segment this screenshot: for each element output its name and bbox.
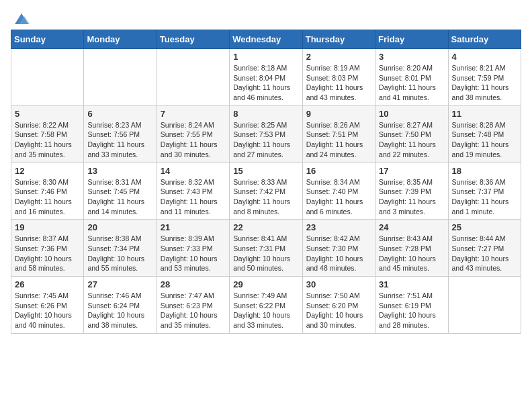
day-info: Sunrise: 8:19 AMSunset: 8:03 PMDaylight:… bbox=[306, 63, 371, 103]
day-number: 1 bbox=[233, 52, 298, 62]
weekday-header-wednesday: Wednesday bbox=[230, 30, 302, 49]
calendar-cell bbox=[11, 49, 84, 106]
weekday-header-friday: Friday bbox=[375, 30, 448, 49]
day-info: Sunrise: 8:44 AMSunset: 7:27 PMDaylight:… bbox=[452, 234, 517, 273]
day-info: Sunrise: 7:50 AMSunset: 6:20 PMDaylight:… bbox=[306, 291, 371, 330]
day-info: Sunrise: 8:41 AMSunset: 7:31 PMDaylight:… bbox=[233, 234, 298, 273]
calendar-cell: 19Sunrise: 8:37 AMSunset: 7:36 PMDayligh… bbox=[11, 220, 84, 277]
day-info: Sunrise: 7:49 AMSunset: 6:22 PMDaylight:… bbox=[233, 291, 298, 330]
logo-icon bbox=[12, 11, 31, 27]
calendar-cell: 17Sunrise: 8:35 AMSunset: 7:39 PMDayligh… bbox=[375, 163, 448, 220]
day-info: Sunrise: 7:47 AMSunset: 6:23 PMDaylight:… bbox=[161, 291, 226, 330]
day-number: 13 bbox=[87, 166, 152, 176]
day-info: Sunrise: 8:33 AMSunset: 7:42 PMDaylight:… bbox=[233, 177, 298, 217]
day-number: 29 bbox=[233, 279, 298, 289]
day-number: 7 bbox=[161, 109, 226, 119]
day-number: 17 bbox=[379, 166, 444, 176]
calendar-table: SundayMondayTuesdayWednesdayThursdayFrid… bbox=[11, 30, 521, 334]
calendar-cell: 10Sunrise: 8:27 AMSunset: 7:50 PMDayligh… bbox=[375, 105, 448, 163]
calendar-cell: 16Sunrise: 8:34 AMSunset: 7:40 PMDayligh… bbox=[302, 163, 375, 220]
day-info: Sunrise: 8:36 AMSunset: 7:37 PMDaylight:… bbox=[452, 177, 517, 217]
logo bbox=[11, 11, 31, 24]
day-number: 31 bbox=[379, 279, 444, 289]
calendar-cell: 9Sunrise: 8:26 AMSunset: 7:51 PMDaylight… bbox=[302, 105, 375, 163]
day-number: 8 bbox=[233, 109, 298, 119]
calendar-cell: 24Sunrise: 8:43 AMSunset: 7:28 PMDayligh… bbox=[375, 220, 448, 277]
weekday-header-thursday: Thursday bbox=[302, 30, 375, 49]
weekday-header-saturday: Saturday bbox=[448, 30, 521, 49]
day-info: Sunrise: 8:18 AMSunset: 8:04 PMDaylight:… bbox=[233, 63, 298, 103]
day-number: 14 bbox=[161, 166, 226, 176]
day-number: 3 bbox=[379, 52, 444, 62]
day-number: 4 bbox=[452, 52, 517, 62]
calendar-cell: 7Sunrise: 8:24 AMSunset: 7:55 PMDaylight… bbox=[157, 105, 229, 163]
day-number: 28 bbox=[161, 279, 226, 289]
day-number: 6 bbox=[87, 109, 152, 119]
calendar-cell bbox=[84, 49, 157, 106]
calendar-cell: 14Sunrise: 8:32 AMSunset: 7:43 PMDayligh… bbox=[157, 163, 229, 220]
day-number: 5 bbox=[15, 109, 80, 119]
day-info: Sunrise: 8:22 AMSunset: 7:58 PMDaylight:… bbox=[15, 120, 80, 160]
day-number: 12 bbox=[15, 166, 80, 176]
day-number: 26 bbox=[15, 279, 80, 289]
day-number: 27 bbox=[87, 279, 152, 289]
day-number: 21 bbox=[161, 222, 226, 232]
weekday-header-tuesday: Tuesday bbox=[157, 30, 229, 49]
calendar-cell: 11Sunrise: 8:28 AMSunset: 7:48 PMDayligh… bbox=[448, 105, 521, 163]
day-number: 20 bbox=[87, 222, 152, 232]
day-info: Sunrise: 8:35 AMSunset: 7:39 PMDaylight:… bbox=[379, 177, 444, 217]
calendar-cell: 13Sunrise: 8:31 AMSunset: 7:45 PMDayligh… bbox=[84, 163, 157, 220]
day-info: Sunrise: 8:23 AMSunset: 7:56 PMDaylight:… bbox=[87, 120, 152, 160]
day-number: 10 bbox=[379, 109, 444, 119]
calendar-cell bbox=[448, 277, 521, 334]
day-info: Sunrise: 8:21 AMSunset: 7:59 PMDaylight:… bbox=[452, 63, 517, 103]
day-info: Sunrise: 8:26 AMSunset: 7:51 PMDaylight:… bbox=[306, 120, 371, 160]
calendar-cell: 31Sunrise: 7:51 AMSunset: 6:19 PMDayligh… bbox=[375, 277, 448, 334]
calendar-cell: 26Sunrise: 7:45 AMSunset: 6:26 PMDayligh… bbox=[11, 277, 84, 334]
calendar-cell: 6Sunrise: 8:23 AMSunset: 7:56 PMDaylight… bbox=[84, 105, 157, 163]
day-info: Sunrise: 7:51 AMSunset: 6:19 PMDaylight:… bbox=[379, 291, 444, 330]
day-info: Sunrise: 8:20 AMSunset: 8:01 PMDaylight:… bbox=[379, 63, 444, 103]
day-number: 2 bbox=[306, 52, 371, 62]
calendar-cell: 23Sunrise: 8:42 AMSunset: 7:30 PMDayligh… bbox=[302, 220, 375, 277]
calendar-cell: 12Sunrise: 8:30 AMSunset: 7:46 PMDayligh… bbox=[11, 163, 84, 220]
day-number: 11 bbox=[452, 109, 517, 119]
day-number: 18 bbox=[452, 166, 517, 176]
day-number: 19 bbox=[15, 222, 80, 232]
calendar-cell: 30Sunrise: 7:50 AMSunset: 6:20 PMDayligh… bbox=[302, 277, 375, 334]
calendar-cell bbox=[157, 49, 229, 106]
day-number: 22 bbox=[233, 222, 298, 232]
day-number: 15 bbox=[233, 166, 298, 176]
calendar-cell: 15Sunrise: 8:33 AMSunset: 7:42 PMDayligh… bbox=[230, 163, 302, 220]
calendar-cell: 20Sunrise: 8:38 AMSunset: 7:34 PMDayligh… bbox=[84, 220, 157, 277]
calendar-cell: 22Sunrise: 8:41 AMSunset: 7:31 PMDayligh… bbox=[230, 220, 302, 277]
day-info: Sunrise: 8:28 AMSunset: 7:48 PMDaylight:… bbox=[452, 120, 517, 160]
day-info: Sunrise: 8:25 AMSunset: 7:53 PMDaylight:… bbox=[233, 120, 298, 160]
day-info: Sunrise: 8:27 AMSunset: 7:50 PMDaylight:… bbox=[379, 120, 444, 160]
calendar-cell: 1Sunrise: 8:18 AMSunset: 8:04 PMDaylight… bbox=[230, 49, 302, 106]
day-info: Sunrise: 8:43 AMSunset: 7:28 PMDaylight:… bbox=[379, 234, 444, 273]
day-info: Sunrise: 8:31 AMSunset: 7:45 PMDaylight:… bbox=[87, 177, 152, 217]
weekday-header-monday: Monday bbox=[84, 30, 157, 49]
day-info: Sunrise: 8:38 AMSunset: 7:34 PMDaylight:… bbox=[87, 234, 152, 273]
weekday-header-sunday: Sunday bbox=[11, 30, 84, 49]
calendar-cell: 2Sunrise: 8:19 AMSunset: 8:03 PMDaylight… bbox=[302, 49, 375, 106]
day-info: Sunrise: 8:39 AMSunset: 7:33 PMDaylight:… bbox=[161, 234, 226, 273]
calendar-cell: 4Sunrise: 8:21 AMSunset: 7:59 PMDaylight… bbox=[448, 49, 521, 106]
calendar-cell: 18Sunrise: 8:36 AMSunset: 7:37 PMDayligh… bbox=[448, 163, 521, 220]
calendar-cell: 8Sunrise: 8:25 AMSunset: 7:53 PMDaylight… bbox=[230, 105, 302, 163]
day-info: Sunrise: 7:46 AMSunset: 6:24 PMDaylight:… bbox=[87, 291, 152, 330]
calendar-cell: 5Sunrise: 8:22 AMSunset: 7:58 PMDaylight… bbox=[11, 105, 84, 163]
day-number: 16 bbox=[306, 166, 371, 176]
day-info: Sunrise: 8:32 AMSunset: 7:43 PMDaylight:… bbox=[161, 177, 226, 217]
day-info: Sunrise: 8:37 AMSunset: 7:36 PMDaylight:… bbox=[15, 234, 80, 273]
calendar-cell: 29Sunrise: 7:49 AMSunset: 6:22 PMDayligh… bbox=[230, 277, 302, 334]
day-info: Sunrise: 7:45 AMSunset: 6:26 PMDaylight:… bbox=[15, 291, 80, 330]
calendar-cell: 3Sunrise: 8:20 AMSunset: 8:01 PMDaylight… bbox=[375, 49, 448, 106]
calendar-cell: 25Sunrise: 8:44 AMSunset: 7:27 PMDayligh… bbox=[448, 220, 521, 277]
day-info: Sunrise: 8:42 AMSunset: 7:30 PMDaylight:… bbox=[306, 234, 371, 273]
day-number: 24 bbox=[379, 222, 444, 232]
day-number: 9 bbox=[306, 109, 371, 119]
day-number: 23 bbox=[306, 222, 371, 232]
day-number: 25 bbox=[452, 222, 517, 232]
